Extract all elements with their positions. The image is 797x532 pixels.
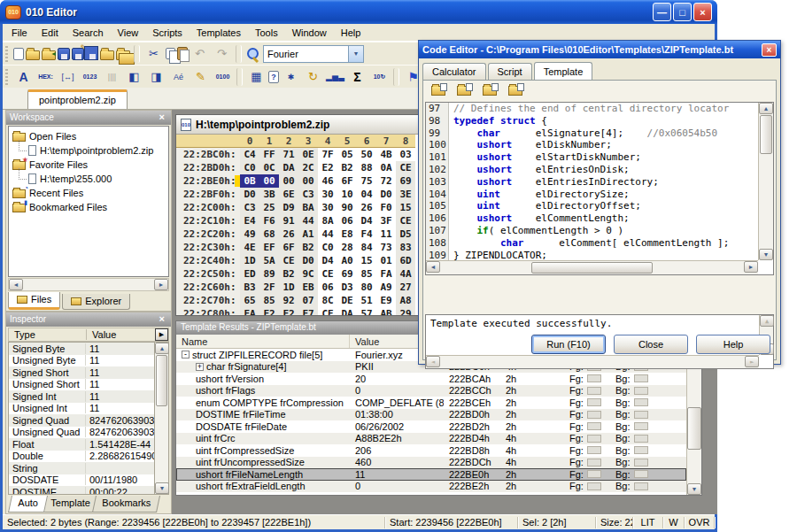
fg-color-swatch[interactable] [587,411,601,419]
inspector-row[interactable]: Float 1.541428E-44 [9,438,154,451]
scrollbar-thumb[interactable] [760,115,772,154]
workspace-tab[interactable]: Explorer [62,294,130,310]
close-icon[interactable]: × [157,112,167,123]
hex-cell[interactable]: 3 [298,135,318,148]
hex-cell[interactable]: 6F [337,174,357,188]
workspace-hscrollbar[interactable]: ◄ ► [8,278,169,291]
hex-cell[interactable]: 00 [298,174,318,188]
hex-cell[interactable]: 9C [298,267,318,281]
menu-item[interactable]: Search [66,25,111,41]
fg-color-swatch[interactable] [587,446,601,454]
hex-cell[interactable]: 04 [357,188,376,201]
bg-color-swatch[interactable] [634,459,648,466]
hex-cell[interactable]: 46 [318,174,337,188]
close-all-icon[interactable] [116,50,130,60]
hex-cell[interactable]: D9 [279,201,298,214]
find-combobox[interactable]: Fourier ▼ [263,45,364,63]
checksum-icon[interactable]: Σ [347,67,368,87]
code-line[interactable]: 108 char elComment[ elCommentLength ]; [426,237,758,250]
hex-cell[interactable]: D0 [376,188,396,201]
hex-cell[interactable]: B2 [298,241,318,254]
hex-cell[interactable]: BA [298,201,318,214]
scrollbar-thumb[interactable] [687,407,701,450]
hex-cell[interactable]: C3 [298,188,318,201]
hex-cell[interactable]: 22:2C80h: [176,307,240,316]
inspector-row[interactable]: String [9,462,154,474]
hex-cell[interactable]: 22:2BE0h: [176,174,240,188]
bg-color-swatch[interactable] [634,374,648,382]
fg-color-swatch[interactable] [587,398,601,406]
expander-icon[interactable]: + [196,363,204,371]
hex-cell[interactable]: F4 [357,227,376,241]
histogram-icon[interactable]: ▂▅▃ [325,67,345,87]
fg-color-swatch[interactable] [587,435,601,443]
hex-dec-address-icon[interactable]: HEX: [35,67,56,87]
inspector-value[interactable]: 82476206390373 [86,415,154,426]
new-file-icon[interactable] [13,48,24,60]
bg-color-swatch[interactable] [634,411,648,419]
combo-dropdown-icon[interactable]: ▼ [348,46,363,62]
hex-cell[interactable]: F2 [259,307,279,316]
character-set-icon[interactable]: Aé [168,67,189,87]
dialog-button[interactable]: Run (F10) [531,335,606,354]
save-all-icon[interactable] [86,48,98,60]
template-open-icon[interactable] [453,81,474,100]
code-line[interactable]: 97 // Defines the end of central directo… [426,103,758,115]
inspector-row[interactable]: Unsigned Quad 82476206390373 [9,427,154,439]
hex-cell[interactable] [176,135,240,148]
workspace-tree-item[interactable]: Favorite Files [9,158,168,172]
hex-cell[interactable]: 0E [298,148,318,161]
hex-cell[interactable]: DA [279,161,298,174]
workspace-tree-item[interactable]: H:\temp\255.000 [9,172,168,186]
find-value[interactable]: Fourier [264,49,348,59]
inspector-value[interactable]: 82476206390373 [86,427,154,437]
inspector-tab[interactable]: Auto [8,496,48,513]
hex-cell[interactable]: 07 [298,294,318,307]
convert-icon[interactable]: ↻ [303,67,323,87]
hex-cell[interactable]: 68 [259,227,279,241]
template-result-row[interactable]: uint frCompressedSize 206 222BD8h 4h Fg:… [176,444,686,457]
hex-cell[interactable]: CE [318,307,337,316]
calculator-icon[interactable]: ▦ [246,67,267,87]
toolbar-separator[interactable] [134,45,140,63]
hex-cell[interactable]: 22:2BC0h: [176,148,240,161]
hex-cell[interactable]: A1 [298,227,318,241]
hex-cell[interactable]: 50 [357,148,376,161]
hex-cell[interactable]: 3F [376,214,396,227]
hex-cell[interactable]: 22:2C20h: [176,227,240,241]
inspector-tab[interactable]: Bookmarks [92,496,160,513]
close-button[interactable]: × [693,3,712,21]
hex-cell[interactable]: 0 [240,135,259,148]
hex-cell[interactable]: 69 [337,267,357,281]
hex-cell[interactable]: 6 [357,135,376,148]
bg-color-swatch[interactable] [634,422,648,430]
hex-cell[interactable]: 6F [279,241,298,254]
template-result-row[interactable]: ushort frVersion 20 222BCAh 2h Fg: Bg: [176,373,686,385]
bg-color-swatch[interactable] [634,398,648,406]
hex-cell[interactable]: 26 [279,227,298,241]
inspector-row[interactable]: Unsigned Short 11 [9,379,154,391]
code-line[interactable]: 98 typedef struct { [426,115,758,127]
toolbar-separator[interactable] [393,68,399,86]
hex-cell[interactable]: 4 [318,135,337,148]
redo-icon[interactable]: ↷ [212,44,232,64]
hex-cell[interactable]: 8C [318,294,337,307]
inspector-row[interactable]: Signed Int 11 [9,390,154,403]
code-line[interactable]: 109 } ZIPENDLOCATOR; [426,250,758,260]
hex-cell[interactable]: DE [337,294,357,307]
hex-cell[interactable]: 71 [279,148,298,161]
hex-cell[interactable]: FF [259,148,279,161]
hex-cell[interactable]: 80 [357,281,376,294]
scroll-left-icon[interactable]: ◄ [426,261,440,273]
hex-cell[interactable]: 00 [279,174,298,188]
inspector-row[interactable]: DOSDATE 00/11/1980 [9,474,154,487]
hex-cell[interactable]: 4E [240,241,259,254]
code-vscrollbar[interactable]: ▲ ▼ [758,103,773,260]
hex-cell[interactable]: B2 [279,267,298,281]
hex-cell[interactable]: 15 [396,201,415,214]
hex-cell[interactable]: C0 [240,161,259,174]
scroll-up-icon[interactable]: ▲ [759,103,773,114]
inspector-value[interactable]: 00/11/1980 [86,474,154,485]
hex-cell[interactable]: AB [376,307,396,316]
hex-cell[interactable]: 1 [259,135,279,148]
